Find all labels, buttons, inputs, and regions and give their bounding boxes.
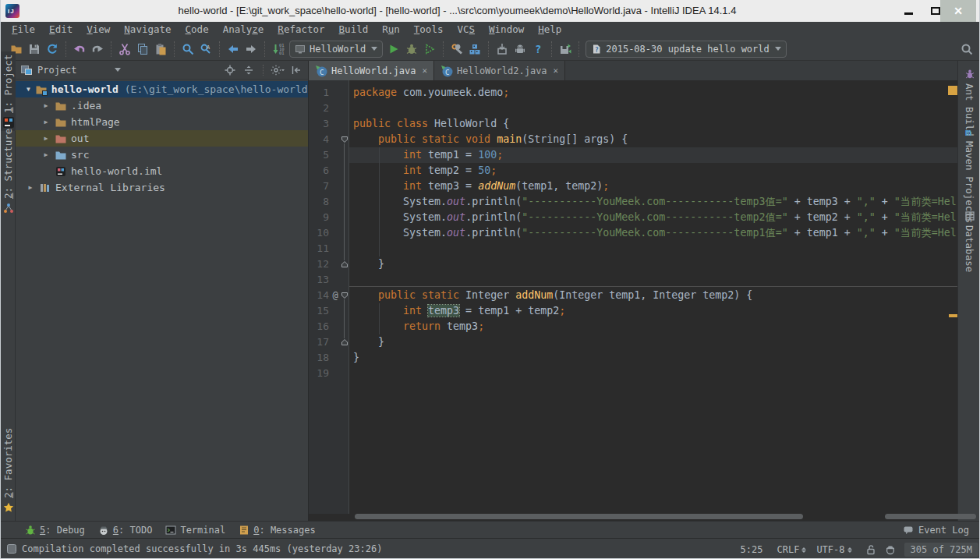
tree-item-htmlpage[interactable]: ▶htmlPage — [16, 114, 308, 130]
redo-button[interactable] — [90, 41, 104, 57]
sort-lines-icon: 011001 — [272, 43, 285, 55]
line-number: 7 — [309, 179, 329, 194]
tool-button-0-messages[interactable]: 0: Messages — [239, 525, 315, 536]
debug-button[interactable] — [405, 41, 419, 57]
menu-analyze[interactable]: Analyze — [216, 22, 271, 37]
right-tool-stripe: Ant BuildmMaven ProjectsDatabase — [957, 61, 980, 521]
undo-button[interactable] — [73, 41, 87, 57]
coverage-icon — [423, 43, 436, 55]
memory-indicator[interactable]: 305 of 725M — [904, 543, 978, 557]
menu-window[interactable]: Window — [482, 22, 531, 37]
caret-position[interactable]: 5:25 — [741, 544, 763, 555]
settings-wrench-button[interactable] — [450, 41, 464, 57]
toolbar-separator — [443, 41, 444, 57]
tool-button-5-debug[interactable]: 5: Debug — [25, 525, 85, 536]
code-line-9: System.out.println("-----------YouMeek.c… — [349, 210, 957, 225]
close-icon[interactable]: ✕ — [422, 65, 427, 76]
encoding-widget[interactable]: UTF-8 — [816, 544, 851, 555]
expand-arrow-icon[interactable]: ▶ — [27, 184, 34, 191]
paste-button[interactable] — [154, 41, 168, 57]
expand-arrow-icon[interactable]: ▶ — [42, 102, 50, 109]
expand-arrow-icon[interactable]: ▶ — [42, 151, 50, 158]
coverage-button[interactable] — [423, 41, 437, 57]
tree-item-hello-world-iml[interactable]: hello-world.iml — [16, 163, 308, 179]
help-button[interactable]: ? — [531, 41, 545, 57]
fold-marker-icon[interactable] — [341, 260, 348, 268]
vcs-changelist-combo[interactable]: ?2015-08-30 update hello world — [586, 41, 787, 58]
collapse-button[interactable] — [289, 64, 303, 76]
expand-arrow-icon[interactable]: ▶ — [42, 135, 50, 142]
run-configuration-combo[interactable]: HelloWorld — [289, 41, 383, 58]
search-everywhere-icon[interactable] — [961, 43, 973, 55]
scrollbar-corner[interactable] — [885, 514, 976, 519]
line-number: 5 — [309, 147, 329, 163]
menu-help[interactable]: Help — [531, 22, 568, 37]
gear-button[interactable] — [271, 64, 285, 76]
find-button[interactable] — [181, 41, 195, 57]
stripe-tab--structure[interactable]: 2: Structure — [1, 126, 16, 217]
cut-icon — [119, 43, 131, 55]
android-button[interactable] — [513, 41, 527, 57]
save-all-button[interactable] — [27, 41, 41, 57]
iml-file-icon — [55, 165, 67, 178]
sort-lines-button[interactable]: 011001 — [271, 41, 285, 57]
menu-edit[interactable]: Edit — [42, 22, 80, 37]
copy-button[interactable] — [136, 41, 150, 57]
editor-tab-helloworld-java[interactable]: CHelloWorld.java✕ — [309, 61, 434, 80]
close-button[interactable]: ✕ — [940, 0, 976, 22]
todo-icon — [98, 525, 109, 536]
tree-item-external-libraries[interactable]: ▶External Libraries — [16, 179, 308, 196]
menu-file[interactable]: File — [5, 22, 42, 37]
status-widget-icon[interactable] — [6, 543, 17, 554]
tool-button-terminal[interactable]: Terminal — [165, 525, 225, 536]
menu-navigate[interactable]: Navigate — [117, 22, 178, 37]
split-button[interactable] — [242, 64, 256, 76]
menu-view[interactable]: View — [80, 22, 117, 37]
project-structure-button[interactable] — [468, 41, 482, 57]
tree-item-out[interactable]: ▶out — [16, 130, 308, 147]
menu-code[interactable]: Code — [179, 22, 216, 37]
stripe-tab--project[interactable]: 1: Project — [1, 51, 16, 131]
editor-tab-helloworld2-java[interactable]: CHelloWorld2.java✕ — [434, 61, 565, 80]
fold-marker-icon[interactable] — [341, 136, 348, 143]
menu-tools[interactable]: Tools — [407, 22, 451, 37]
menu-refactor[interactable]: Refactor — [271, 22, 331, 37]
project-view-icon — [20, 64, 33, 76]
collapse-arrow-icon[interactable]: ▼ — [27, 86, 30, 93]
indent-guide — [379, 147, 380, 257]
save-and-sync-button[interactable] — [558, 41, 572, 57]
tool-button-6-todo[interactable]: 6: TODO — [98, 525, 153, 536]
menu-vcs[interactable]: VCS — [450, 22, 482, 37]
tree-item-src[interactable]: ▶src — [16, 147, 308, 163]
menu-build[interactable]: Build — [332, 22, 376, 37]
cut-button[interactable] — [118, 41, 132, 57]
code-line-17: } — [349, 334, 957, 350]
svg-text:C: C — [445, 69, 449, 76]
run-button[interactable] — [387, 41, 401, 57]
tree-item--idea[interactable]: ▶.idea — [16, 97, 308, 114]
project-panel-title[interactable]: Project — [37, 65, 77, 76]
back-button[interactable] — [226, 41, 240, 57]
tree-item-hello-world[interactable]: ▼hello-world (E:\git_work_space\hello-wo… — [16, 81, 308, 97]
install-artifact-button[interactable] — [495, 41, 509, 57]
lock-icon[interactable] — [865, 544, 876, 555]
expand-arrow-icon[interactable]: ▶ — [42, 119, 50, 126]
locate-button[interactable] — [223, 64, 237, 76]
stripe-tab-database[interactable]: Database — [961, 207, 978, 275]
redo-icon — [91, 43, 104, 55]
find-icon — [182, 43, 194, 55]
line-separator-widget[interactable]: CRLF — [777, 544, 806, 555]
fold-marker-icon[interactable] — [341, 292, 348, 299]
highlighting-level-icon[interactable] — [885, 544, 896, 555]
fold-marker-icon[interactable] — [341, 338, 348, 346]
horizontal-scrollbar[interactable] — [355, 514, 803, 519]
event-log-button[interactable]: Event Log — [903, 522, 969, 539]
forward-button[interactable] — [244, 41, 258, 57]
sync-button[interactable] — [45, 41, 59, 57]
stripe-tab--favorites[interactable]: 2: Favorites — [1, 425, 16, 516]
replace-button[interactable]: A — [199, 41, 213, 57]
chevron-down-icon[interactable] — [115, 68, 121, 72]
menu-run[interactable]: Run — [375, 22, 407, 37]
close-icon[interactable]: ✕ — [554, 65, 559, 76]
minimize-button[interactable] — [895, 0, 922, 22]
